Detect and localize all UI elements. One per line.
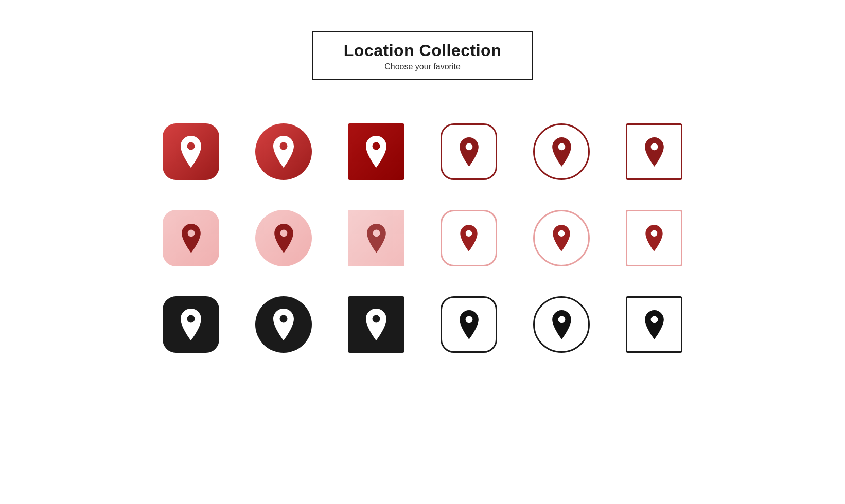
icon-row-2 — [160, 207, 685, 269]
location-icon-r2c2[interactable] — [253, 207, 314, 269]
location-icon-r1c1[interactable] — [160, 121, 222, 183]
location-icon-r3c5[interactable] — [531, 294, 592, 355]
pin-icon — [455, 135, 483, 169]
page-subtitle: Choose your favorite — [344, 62, 501, 71]
pin-icon — [455, 308, 483, 341]
location-icon-r1c3[interactable] — [345, 121, 407, 183]
location-icon-r2c5[interactable] — [531, 207, 592, 269]
pin-icon — [175, 307, 206, 343]
icon-row-3 — [160, 294, 685, 355]
pin-icon — [361, 134, 392, 170]
icon-grid — [160, 121, 685, 355]
pin-icon — [548, 308, 576, 341]
icon-row-1 — [160, 121, 685, 183]
pin-icon — [268, 134, 299, 170]
pin-icon — [640, 135, 668, 169]
location-icon-r1c6[interactable] — [623, 121, 685, 183]
location-icon-r2c1[interactable] — [160, 207, 222, 269]
pin-icon — [362, 222, 391, 255]
location-icon-r3c4[interactable] — [438, 294, 500, 355]
location-icon-r3c6[interactable] — [623, 294, 685, 355]
pin-icon — [548, 135, 576, 169]
pin-icon — [641, 223, 667, 254]
location-icon-r3c1[interactable] — [160, 294, 222, 355]
pin-icon — [549, 223, 574, 254]
page-title: Location Collection — [344, 41, 501, 60]
location-icon-r2c6[interactable] — [623, 207, 685, 269]
pin-icon — [361, 307, 392, 343]
location-icon-r1c2[interactable] — [253, 121, 314, 183]
location-icon-r1c4[interactable] — [438, 121, 500, 183]
pin-icon — [640, 308, 668, 341]
pin-icon — [270, 222, 298, 255]
location-icon-r2c4[interactable] — [438, 207, 500, 269]
location-icon-r3c2[interactable] — [253, 294, 314, 355]
pin-icon — [177, 222, 205, 255]
pin-icon — [456, 223, 482, 254]
location-icon-r2c3[interactable] — [345, 207, 407, 269]
pin-icon — [268, 307, 299, 343]
pin-icon — [175, 134, 206, 170]
location-icon-r3c3[interactable] — [345, 294, 407, 355]
header-box: Location Collection Choose your favorite — [312, 31, 533, 80]
location-icon-r1c5[interactable] — [531, 121, 592, 183]
